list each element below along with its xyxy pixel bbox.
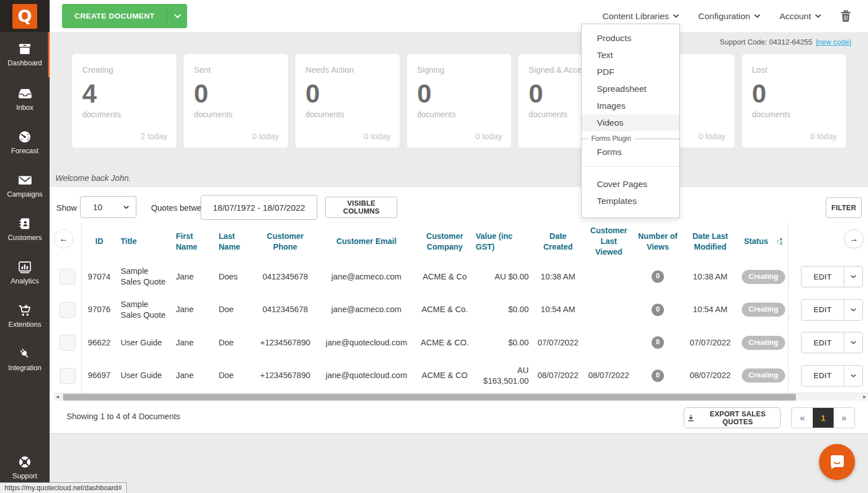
sidebar-item-campaigns[interactable]: Campaigns (0, 164, 50, 207)
cell-id: 96622 (81, 337, 117, 348)
scrollbar-right-arrow-icon[interactable]: ► (862, 393, 867, 401)
sidebar-item-label: Analytics (11, 277, 39, 285)
cell-views: 0 (634, 370, 682, 382)
status-badge: Creating (742, 336, 785, 350)
table-header: IDTitleFirst NameLast NameCustomer Phone… (54, 223, 788, 260)
archive-icon (17, 42, 32, 56)
edit-button[interactable]: EDIT (801, 365, 863, 387)
visible-columns-button[interactable]: VISIBLE COLUMNS (325, 197, 397, 218)
column-header-customer-email[interactable]: Customer Email (316, 236, 417, 247)
cell-email: jane@quotecloud.com (316, 337, 417, 348)
column-header-customer-company[interactable]: Customer Company (417, 231, 472, 252)
row-checkbox[interactable] (60, 368, 76, 384)
menu-item-cover-pages[interactable]: Cover Pages (582, 176, 679, 193)
column-header-number-of-views[interactable]: Number of Views (634, 231, 682, 252)
menu-item-products[interactable]: Products (582, 30, 679, 47)
column-header-value-inc-gst-[interactable]: Value (inc GST) (472, 231, 532, 252)
nav-account[interactable]: Account (780, 11, 821, 21)
nav-content-libraries[interactable]: Content Libraries (603, 11, 679, 21)
scrollbar-left-arrow-icon[interactable]: ◄ (55, 393, 60, 401)
column-header-customer-last-viewed[interactable]: Customer Last Viewed (584, 225, 634, 257)
menu-item-videos[interactable]: Videos (582, 114, 679, 131)
edit-button-label[interactable]: EDIT (801, 366, 844, 386)
sort-alpha-icon[interactable]: ↑AZ (776, 237, 782, 247)
edit-button-label[interactable]: EDIT (801, 332, 844, 353)
edit-button[interactable]: EDIT (801, 299, 863, 321)
menu-item-spreadsheet[interactable]: Spreadsheet (582, 81, 679, 97)
cell-email: jane@acmeco.com (316, 304, 417, 315)
cell-status: Creating (738, 336, 788, 350)
table-actions-column: EDITEDITEDITEDIT (801, 260, 863, 392)
cell-id: 97074 (81, 272, 117, 282)
horizontal-scrollbar[interactable]: ◄ ► (54, 393, 868, 401)
edit-dropdown-caret[interactable] (844, 267, 862, 287)
cell-phone: 0412345678 (255, 304, 316, 315)
stat-card-today-count: 0 today (475, 132, 502, 141)
sidebar-item-support[interactable]: Support (0, 449, 50, 486)
create-document-label: CREATE DOCUMENT (62, 4, 167, 28)
column-header-title[interactable]: Title (117, 236, 172, 247)
lifebuoy-icon (17, 455, 32, 469)
column-header-status[interactable]: Status↑AZ (738, 236, 788, 247)
pagination-current-page[interactable]: 1 (813, 408, 834, 428)
cell-last-name: Doe (215, 370, 255, 381)
filter-button[interactable]: FILTER (826, 197, 862, 218)
menu-item-templates[interactable]: Templates (582, 193, 679, 210)
chat-bubble-icon (828, 453, 846, 471)
sidebar-item-integration[interactable]: Integration (0, 337, 50, 381)
sidebar: Q DashboardInboxForecastCampaignsCustome… (0, 0, 50, 493)
edit-button[interactable]: EDIT (801, 332, 863, 353)
column-header-date-last-modified[interactable]: Date Last Modified (682, 231, 738, 252)
column-header-id[interactable]: ID (81, 236, 117, 247)
show-select[interactable]: 10 (80, 196, 136, 218)
row-checkbox[interactable] (60, 335, 76, 350)
column-header-first-name[interactable]: First Name (172, 231, 215, 252)
nav-configuration[interactable]: Configuration (698, 11, 760, 21)
row-checkbox[interactable] (60, 302, 76, 318)
views-count-badge: 0 (652, 304, 664, 316)
cart-plus-icon (17, 304, 33, 317)
create-document-button[interactable]: CREATE DOCUMENT (62, 4, 187, 28)
stat-card-unit: documents (194, 110, 278, 119)
column-header-date-created[interactable]: Date Created (532, 231, 584, 252)
cell-last-name: Doe (215, 304, 255, 315)
stat-card-unit: documents (417, 110, 501, 119)
new-code-link[interactable]: [new code] (816, 38, 851, 46)
pagination-prev-button[interactable]: « (792, 408, 813, 428)
status-badge: Creating (742, 270, 785, 284)
sidebar-item-dashboard[interactable]: Dashboard (0, 32, 50, 77)
menu-item-forms[interactable]: Forms (582, 144, 679, 161)
sidebar-item-customers[interactable]: Customers (0, 207, 50, 251)
trash-icon[interactable] (840, 10, 851, 22)
sidebar-item-inbox[interactable]: Inbox (0, 77, 50, 121)
views-count-badge: 0 (652, 336, 664, 349)
sidebar-item-forecast[interactable]: Forecast (0, 121, 50, 164)
column-header-customer-phone[interactable]: Customer Phone (255, 231, 316, 252)
scroll-columns-right-button[interactable]: → (844, 229, 863, 248)
edit-button-label[interactable]: EDIT (801, 267, 844, 287)
app-logo[interactable]: Q (0, 0, 50, 32)
sidebar-item-analytics[interactable]: Analytics (0, 251, 50, 294)
menu-item-text[interactable]: Text (582, 47, 679, 64)
sidebar-item-extentions[interactable]: Extentions (0, 294, 50, 337)
live-chat-button[interactable] (819, 444, 855, 480)
forms-plugin-section-label: Forms Plugin (582, 135, 679, 143)
pagination-next-button[interactable]: » (834, 408, 854, 428)
cell-company: ACME & CO. (417, 337, 472, 348)
edit-dropdown-caret[interactable] (844, 300, 862, 320)
menu-item-images[interactable]: Images (582, 97, 679, 114)
cell-phone: +1234567890 (255, 370, 316, 381)
edit-dropdown-caret[interactable] (844, 332, 862, 353)
cell-date-modified: 07/07/2022 (682, 337, 738, 348)
row-checkbox[interactable] (60, 269, 76, 285)
edit-button-label[interactable]: EDIT (801, 300, 844, 320)
menu-item-pdf[interactable]: PDF (582, 64, 679, 81)
column-header-last-name[interactable]: Last Name (215, 231, 255, 252)
export-sales-quotes-button[interactable]: EXPORT SALES QUOTES (684, 407, 781, 428)
date-range-input[interactable]: 18/07/1972 - 18/07/2022 (201, 195, 317, 220)
edit-dropdown-caret[interactable] (844, 366, 862, 386)
stat-card-title: Creating (82, 65, 166, 75)
scrollbar-thumb[interactable] (63, 394, 796, 401)
edit-button[interactable]: EDIT (801, 266, 863, 287)
create-document-caret[interactable] (167, 4, 187, 28)
